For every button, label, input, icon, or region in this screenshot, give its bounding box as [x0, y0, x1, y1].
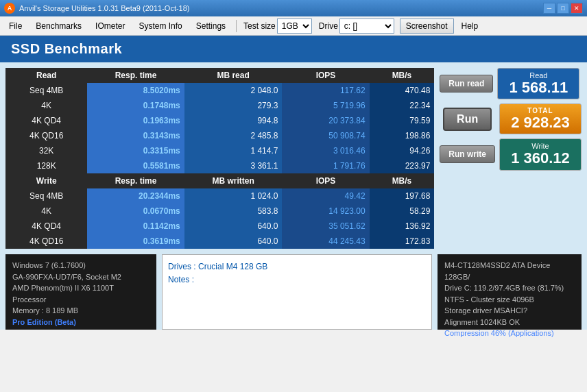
app-icon: A: [4, 3, 15, 14]
run-write-button[interactable]: Run write: [440, 145, 495, 163]
sys-os: Windows 7 (6.1.7600): [12, 260, 149, 271]
menu-benchmarks[interactable]: Benchmarks: [29, 19, 88, 34]
cell-mb-w: 1 024.0: [184, 188, 283, 204]
col-iops-w: IOPS: [282, 173, 369, 188]
cell-mbs: 470.48: [370, 83, 435, 98]
title-bar: A Anvil's Storage Utilities 1.0.31 Beta9…: [0, 0, 587, 16]
col-resp: Resp. time: [87, 68, 184, 83]
test-size-select[interactable]: 1GB 2GB 4GB: [277, 19, 312, 34]
minimize-button[interactable]: ─: [543, 3, 555, 14]
drive-ntfs: NTFS - Cluster size 4096B: [444, 294, 575, 306]
cell-iops: 20 373.84: [282, 113, 369, 128]
cell-mb: 1 414.7: [184, 143, 283, 158]
menu-bar: File Benchmarks IOmeter System Info Sett…: [0, 16, 587, 36]
col-write: Write: [5, 173, 87, 188]
cell-mbs: 94.26: [370, 143, 435, 158]
table-row: Seq 4MB 8.5020ms 2 048.0 117.62 470.48: [5, 83, 434, 98]
cell-resp: 0.1748ms: [87, 98, 184, 113]
title-bar-controls: ─ □ ✕: [543, 3, 583, 14]
table-row: 32K 0.3315ms 1 414.7 3 016.46 94.26: [5, 143, 434, 158]
content-area: Read Resp. time MB read IOPS MB/s Seq 4M…: [0, 62, 587, 254]
table-row: 4K 0.0670ms 583.8 14 923.00 58.29: [5, 204, 434, 219]
cell-mbs-w: 58.29: [370, 204, 435, 219]
notes-notes: Notes :: [168, 273, 426, 286]
drive-select[interactable]: c: []: [339, 19, 394, 34]
row-label: 32K: [5, 143, 87, 158]
row-label: 128K: [5, 158, 87, 173]
row-label: Seq 4MB: [5, 188, 87, 204]
read-score-box: Read 1 568.11: [497, 68, 579, 99]
drive-c: Drive C: 119.2/97.4GB free (81.7%): [444, 282, 575, 294]
cell-mb: 994.8: [184, 113, 283, 128]
cell-iops: 1 791.76: [282, 158, 369, 173]
menu-help[interactable]: Help: [455, 19, 485, 34]
cell-iops-w: 35 051.62: [282, 219, 369, 234]
col-resp-w: Resp. time: [87, 173, 184, 188]
table-row: 4K QD4 0.1142ms 640.0 35 051.62 136.92: [5, 219, 434, 234]
cell-mb: 279.3: [184, 98, 283, 113]
cell-resp: 0.3143ms: [87, 128, 184, 143]
menu-settings[interactable]: Settings: [190, 19, 232, 34]
read-header-row: Read Resp. time MB read IOPS MB/s: [5, 68, 434, 83]
col-mb-read: MB read: [184, 68, 283, 83]
screenshot-button[interactable]: Screenshot: [400, 19, 454, 34]
cell-iops: 5 719.96: [282, 98, 369, 113]
sys-edition: Pro Edition (Beta): [12, 317, 149, 328]
row-label: 4K: [5, 204, 87, 219]
maximize-button[interactable]: □: [557, 3, 569, 14]
row-label: 4K QD4: [5, 219, 87, 234]
title-bar-title: Anvil's Storage Utilities 1.0.31 Beta9 (…: [19, 4, 190, 12]
drive-label: Drive: [319, 21, 338, 31]
table-row: 128K 0.5581ms 3 361.1 1 791.76 223.97: [5, 158, 434, 173]
right-panel: Run read Read 1 568.11 Run TOTAL 2 928.2…: [440, 68, 582, 249]
run-read-row: Run read Read 1 568.11: [440, 68, 582, 99]
cell-mbs: 79.59: [370, 113, 435, 128]
col-iops: IOPS: [282, 68, 369, 83]
cell-iops: 3 016.46: [282, 143, 369, 158]
table-row: Seq 4MB 20.2344ms 1 024.0 49.42 197.68: [5, 188, 434, 204]
cell-resp: 0.3315ms: [87, 143, 184, 158]
menu-iometer[interactable]: IOmeter: [89, 19, 131, 34]
title-bar-left: A Anvil's Storage Utilities 1.0.31 Beta9…: [4, 3, 190, 14]
cell-resp: 8.5020ms: [87, 83, 184, 98]
run-read-button[interactable]: Run read: [440, 75, 493, 93]
drive-info: M4-CT128M4SSD2 ATA Device 128GB/ Drive C…: [438, 254, 582, 330]
table-row: 4K 0.1748ms 279.3 5 719.96 22.34: [5, 98, 434, 113]
write-header-row: Write Resp. time MB written IOPS MB/s: [5, 173, 434, 188]
cell-resp-w: 0.0670ms: [87, 204, 184, 219]
run-total-row: Run TOTAL 2 928.23: [440, 103, 582, 134]
table-row: 4K QD16 0.3619ms 640.0 44 245.43 172.83: [5, 234, 434, 249]
menu-file[interactable]: File: [3, 19, 28, 34]
cell-mb: 3 361.1: [184, 158, 283, 173]
table-row: 4K QD4 0.1963ms 994.8 20 373.84 79.59: [5, 113, 434, 128]
test-size-label: Test size: [243, 21, 276, 31]
drive-compression: Compression 46% (Applications): [444, 328, 575, 339]
run-button[interactable]: Run: [443, 108, 492, 131]
cell-iops: 117.62: [282, 83, 369, 98]
cell-iops-w: 14 923.00: [282, 204, 369, 219]
row-label: 4K QD16: [5, 128, 87, 143]
cell-iops-w: 44 245.43: [282, 234, 369, 249]
drive-storage: Storage driver MSAHCI?: [444, 305, 575, 317]
benchmark-table: Read Resp. time MB read IOPS MB/s Seq 4M…: [5, 68, 434, 249]
cell-mb-w: 583.8: [184, 204, 283, 219]
cell-iops: 50 908.74: [282, 128, 369, 143]
notes-drives: Drives : Crucial M4 128 GB: [168, 260, 426, 273]
bottom-area: Windows 7 (6.1.7600) GA-990FXA-UD7/F6, S…: [5, 254, 582, 330]
notes-area[interactable]: Drives : Crucial M4 128 GB Notes :: [162, 254, 432, 330]
cell-resp-w: 20.2344ms: [87, 188, 184, 204]
table-row: 4K QD16 0.3143ms 2 485.8 50 908.74 198.8…: [5, 128, 434, 143]
row-label: 4K: [5, 98, 87, 113]
main-content: SSD Benchmark Read Resp. time MB read IO…: [0, 36, 587, 330]
system-info: Windows 7 (6.1.7600) GA-990FXA-UD7/F6, S…: [5, 254, 156, 330]
row-label: 4K QD4: [5, 113, 87, 128]
cell-resp: 0.1963ms: [87, 113, 184, 128]
cell-mbs-w: 136.92: [370, 219, 435, 234]
sys-memory: Memory : 8 189 MB: [12, 305, 149, 317]
close-button[interactable]: ✕: [571, 3, 583, 14]
menu-system-info[interactable]: System Info: [132, 19, 188, 34]
col-mb-write: MB written: [184, 173, 283, 188]
write-score-box: Write 1 360.12: [499, 138, 582, 170]
row-label: 4K QD16: [5, 234, 87, 249]
cell-mb: 2 485.8: [184, 128, 283, 143]
